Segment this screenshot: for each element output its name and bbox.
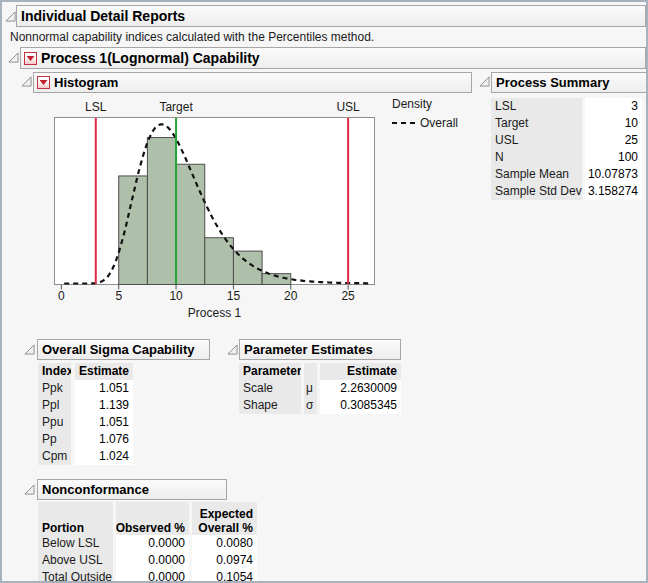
portion-label: Below LSL bbox=[38, 535, 113, 552]
index-label: Ppk bbox=[38, 380, 71, 397]
column-header: ExpectedOverall % bbox=[192, 502, 257, 535]
column-header: Index bbox=[38, 363, 71, 380]
x-tick-label: 15 bbox=[227, 289, 241, 303]
summary-value: 10 bbox=[585, 115, 642, 132]
red-triangle-icon bbox=[39, 79, 48, 86]
observed-value: 0.0000 bbox=[116, 552, 189, 569]
summary-value: 100 bbox=[585, 149, 642, 166]
x-tick-label: 0 bbox=[58, 289, 65, 303]
x-tick-label: 25 bbox=[341, 289, 355, 303]
table-row: Total Outside0.00000.1054 bbox=[38, 569, 257, 583]
disclosure-triangle[interactable] bbox=[8, 52, 19, 63]
parameter-label: Shape bbox=[239, 397, 301, 414]
lsl-label: LSL bbox=[85, 100, 107, 114]
table-row: N100 bbox=[491, 149, 642, 166]
table-row: IndexEstimate bbox=[38, 363, 133, 380]
summary-label: LSL bbox=[491, 98, 582, 115]
disclosure-triangle[interactable] bbox=[24, 344, 35, 355]
summary-value: 25 bbox=[585, 132, 642, 149]
histogram-bar bbox=[205, 238, 234, 285]
column-header: Observed % bbox=[116, 502, 189, 535]
summary-label: Sample Std Dev bbox=[491, 183, 582, 200]
summary-value: 3.158274 bbox=[585, 183, 642, 200]
column-header: Parameter bbox=[239, 363, 301, 380]
histogram-bar bbox=[176, 164, 205, 284]
process-summary-header[interactable]: Process Summary bbox=[491, 72, 648, 93]
index-label: Ppl bbox=[38, 397, 71, 414]
disclosure-triangle[interactable] bbox=[24, 484, 35, 495]
estimate-value: 1.024 bbox=[75, 448, 133, 465]
table-row: Sample Mean10.07873 bbox=[491, 166, 642, 183]
summary-label: Sample Mean bbox=[491, 166, 582, 183]
parameter-symbol: μ bbox=[304, 380, 317, 397]
table-row: Target10 bbox=[491, 115, 642, 132]
process-capability-header[interactable]: Process 1(Lognormal) Capability bbox=[20, 47, 646, 69]
estimate-value: 1.051 bbox=[75, 380, 133, 397]
observed-value: 0.0000 bbox=[116, 535, 189, 552]
jmp-report-window: Individual Detail Reports Nonnormal capa… bbox=[0, 0, 648, 583]
histogram-plot: LSLTargetUSL0510152025Process 1 bbox=[50, 95, 382, 325]
disclosure-triangle[interactable] bbox=[21, 76, 32, 87]
method-note: Nonnormal capability indices calculated … bbox=[10, 30, 374, 44]
red-triangle-menu-button[interactable] bbox=[37, 76, 50, 89]
process-summary-title: Process Summary bbox=[496, 75, 609, 90]
table-row: Ppu1.051 bbox=[38, 414, 133, 431]
expected-value: 0.0080 bbox=[192, 535, 257, 552]
column-header: Estimate bbox=[320, 363, 401, 380]
summary-label: USL bbox=[491, 132, 582, 149]
summary-value: 10.07873 bbox=[585, 166, 642, 183]
table-row: Ppk1.051 bbox=[38, 380, 133, 397]
disclosure-triangle[interactable] bbox=[5, 11, 16, 22]
disclosure-triangle[interactable] bbox=[227, 344, 238, 355]
portion-label: Total Outside bbox=[38, 569, 113, 583]
index-label: Ppu bbox=[38, 414, 71, 431]
table-row: PortionObserved %ExpectedOverall % bbox=[38, 502, 257, 535]
table-row: Cpm1.024 bbox=[38, 448, 133, 465]
table-row: Ppl1.139 bbox=[38, 397, 133, 414]
target-label: Target bbox=[159, 100, 193, 114]
parameter-estimates-title: Parameter Estimates bbox=[244, 342, 373, 357]
report-title: Individual Detail Reports bbox=[21, 8, 185, 24]
parameter-symbol: σ bbox=[304, 397, 317, 414]
legend: Density Overall bbox=[392, 97, 458, 130]
column-header bbox=[304, 363, 317, 380]
disclosure-triangle[interactable] bbox=[479, 76, 490, 87]
table-row: Pp1.076 bbox=[38, 431, 133, 448]
process-section-title: Process 1(Lognormal) Capability bbox=[41, 50, 260, 66]
expected-value: 0.1054 bbox=[192, 569, 257, 583]
table-row: Sample Std Dev3.158274 bbox=[491, 183, 642, 200]
x-axis-label: Process 1 bbox=[188, 306, 242, 320]
table-row: Below LSL0.00000.0080 bbox=[38, 535, 257, 552]
overall-sigma-header[interactable]: Overall Sigma Capability bbox=[37, 339, 210, 360]
usl-label: USL bbox=[336, 100, 360, 114]
summary-label: N bbox=[491, 149, 582, 166]
parameter-label: Scale bbox=[239, 380, 301, 397]
estimate-value: 0.3085345 bbox=[320, 397, 401, 414]
index-label: Pp bbox=[38, 431, 71, 448]
histogram-bar bbox=[119, 176, 148, 285]
individual-detail-reports-header[interactable]: Individual Detail Reports bbox=[16, 5, 646, 27]
nonconformance-table: PortionObserved %ExpectedOverall %Below … bbox=[38, 502, 257, 583]
parameter-estimates-header[interactable]: Parameter Estimates bbox=[239, 339, 401, 360]
nonconformance-header[interactable]: Nonconformance bbox=[37, 479, 227, 500]
histogram-header[interactable]: Histogram bbox=[33, 72, 472, 93]
process-summary-table: LSL3Target10USL25N100Sample Mean10.07873… bbox=[491, 98, 642, 200]
x-tick-label: 5 bbox=[115, 289, 122, 303]
x-tick-label: 20 bbox=[284, 289, 298, 303]
table-row: Above USL0.00000.0974 bbox=[38, 552, 257, 569]
dashed-line-sample bbox=[392, 122, 417, 124]
red-triangle-menu-button[interactable] bbox=[24, 52, 37, 65]
portion-label: Above USL bbox=[38, 552, 113, 569]
table-row: USL25 bbox=[491, 132, 642, 149]
estimate-value: 1.051 bbox=[75, 414, 133, 431]
estimate-value: 1.076 bbox=[75, 431, 133, 448]
legend-entry-overall: Overall bbox=[420, 116, 458, 130]
histogram-title: Histogram bbox=[54, 75, 118, 90]
table-row: Scaleμ2.2630009 bbox=[239, 380, 401, 397]
table-row: Shapeσ0.3085345 bbox=[239, 397, 401, 414]
observed-value: 0.0000 bbox=[116, 569, 189, 583]
overall-sigma-table: IndexEstimatePpk1.051Ppl1.139Ppu1.051Pp1… bbox=[38, 363, 133, 465]
column-header: Estimate bbox=[75, 363, 133, 380]
table-row: ParameterEstimate bbox=[239, 363, 401, 380]
red-triangle-icon bbox=[26, 55, 35, 62]
